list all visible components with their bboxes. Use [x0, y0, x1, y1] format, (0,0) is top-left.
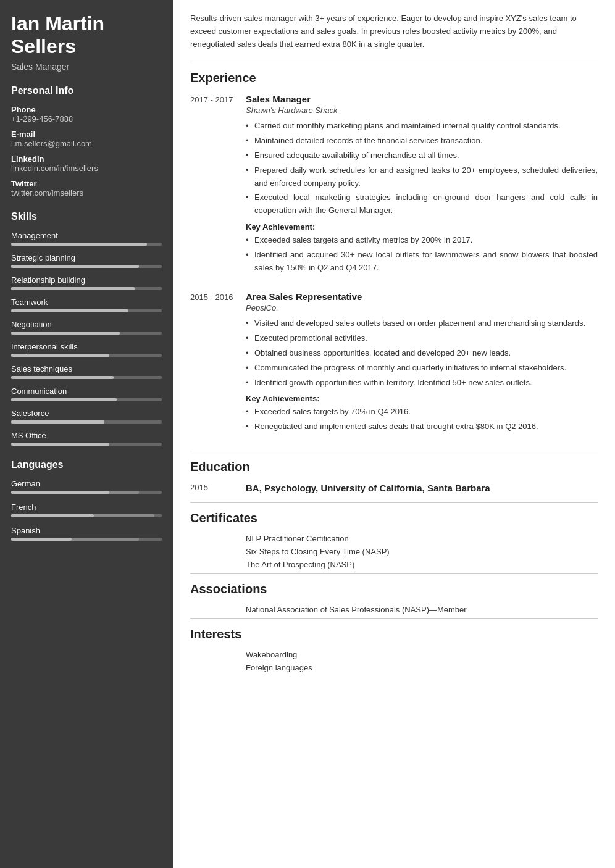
- language-bar-accent: [109, 491, 140, 494]
- exp-job-title: Area Sales Representative: [246, 291, 598, 302]
- key-achievement-label: Key Achievement:: [246, 222, 598, 232]
- skill-bar-fill: [11, 309, 128, 312]
- exp-bullet: Executed local marketing strategies incl…: [246, 191, 598, 217]
- skill-name: Relationship building: [11, 275, 162, 285]
- skill-name: Sales techniques: [11, 364, 162, 373]
- achievement-bullet: Exceeded sales targets by 70% in Q4 2016…: [246, 406, 598, 419]
- skill-item: Interpersonal skills: [11, 342, 162, 357]
- twitter-block: Twitter twitter.com/imsellers: [11, 179, 162, 198]
- exp-bullet: Obtained business opportunities, located…: [246, 347, 598, 360]
- skill-bar-bg: [11, 420, 162, 424]
- skill-item: Relationship building: [11, 275, 162, 290]
- skill-name: Interpersonal skills: [11, 342, 162, 351]
- certificate-item: The Art of Prospecting (NASP): [246, 560, 598, 569]
- associations-title: Associations: [190, 582, 598, 596]
- interest-item: Wakeboarding: [246, 650, 598, 659]
- experience-title: Experience: [190, 71, 598, 85]
- skill-item: Salesforce: [11, 409, 162, 424]
- sidebar: Ian Martin Sellers Sales Manager Persona…: [0, 0, 173, 868]
- skill-bar-bg: [11, 398, 162, 401]
- exp-bullet: Maintained detailed records of the finan…: [246, 135, 598, 148]
- language-bar-bg: [11, 538, 162, 541]
- skill-item: Negotiation: [11, 320, 162, 335]
- education-list: 2015 BA, Psychology, University of Calif…: [190, 483, 598, 493]
- skill-name: Negotiation: [11, 320, 162, 329]
- exp-bullets: Visited and developed sales outlets base…: [246, 317, 598, 389]
- skill-bar-fill: [11, 443, 109, 446]
- skill-bar-bg: [11, 265, 162, 268]
- exp-company: Shawn's Hardware Shack: [246, 106, 598, 115]
- association-item: National Association of Sales Profession…: [246, 605, 598, 614]
- languages-list: German French Spanish: [11, 479, 162, 541]
- edu-degree: BA, Psychology, University of California…: [246, 483, 598, 493]
- divider-experience: [190, 62, 598, 62]
- skill-item: MS Office: [11, 431, 162, 446]
- skill-bar-bg: [11, 332, 162, 335]
- skill-name: Salesforce: [11, 409, 162, 418]
- language-item: German: [11, 479, 162, 494]
- languages-title: Languages: [11, 459, 162, 470]
- certificate-item: NLP Practitioner Certification: [246, 534, 598, 543]
- exp-date: 2015 - 2016: [190, 291, 246, 438]
- language-name: French: [11, 503, 162, 512]
- language-item: French: [11, 503, 162, 517]
- experience-block: 2015 - 2016 Area Sales Representative Pe…: [190, 291, 598, 438]
- email-block: E-mail i.m.sellers@gmail.com: [11, 130, 162, 148]
- personal-info-title: Personal Info: [11, 85, 162, 96]
- skill-bar-fill: [11, 354, 109, 357]
- skill-bar-fill: [11, 376, 114, 379]
- summary-text: Results-driven sales manager with 3+ yea…: [190, 12, 598, 51]
- divider-interests: [190, 618, 598, 619]
- achievement-bullets: Exceeded sales targets and activity metr…: [246, 234, 598, 274]
- skill-name: Strategic planning: [11, 253, 162, 262]
- twitter-value: twitter.com/imsellers: [11, 188, 162, 198]
- twitter-label: Twitter: [11, 179, 162, 188]
- language-item: Spanish: [11, 526, 162, 541]
- skill-bar-fill: [11, 420, 104, 424]
- language-name: German: [11, 479, 162, 488]
- interest-item: Foreign languages: [246, 663, 598, 672]
- skill-bar-bg: [11, 354, 162, 357]
- education-block: 2015 BA, Psychology, University of Calif…: [190, 483, 598, 493]
- certificates-list: NLP Practitioner CertificationSix Steps …: [190, 534, 598, 569]
- skill-item: Communication: [11, 386, 162, 401]
- skill-name: MS Office: [11, 431, 162, 440]
- skill-item: Strategic planning: [11, 253, 162, 268]
- skill-name: Communication: [11, 386, 162, 396]
- language-bar-bg: [11, 514, 162, 517]
- exp-bullet: Executed promotional activities.: [246, 332, 598, 345]
- exp-bullet: Communicated the progress of monthly and…: [246, 362, 598, 375]
- exp-date: 2017 - 2017: [190, 94, 246, 279]
- associations-list: National Association of Sales Profession…: [190, 605, 598, 614]
- language-bar-accent: [94, 514, 154, 517]
- phone-block: Phone +1-299-456-7888: [11, 105, 162, 123]
- edu-date: 2015: [190, 483, 246, 493]
- interests-list: WakeboardingForeign languages: [190, 650, 598, 672]
- skill-bar-fill: [11, 398, 117, 401]
- education-title: Education: [190, 460, 598, 474]
- candidate-title: Sales Manager: [11, 62, 162, 72]
- achievement-bullet: Exceeded sales targets and activity metr…: [246, 234, 598, 247]
- exp-content: Sales Manager Shawn's Hardware Shack Car…: [246, 94, 598, 279]
- phone-label: Phone: [11, 105, 162, 114]
- language-bar-fill: [11, 538, 72, 541]
- skill-bar-bg: [11, 243, 162, 246]
- skill-bar-bg: [11, 376, 162, 379]
- experience-block: 2017 - 2017 Sales Manager Shawn's Hardwa…: [190, 94, 598, 279]
- certificate-item: Six Steps to Closing Every Time (NASP): [246, 547, 598, 556]
- divider-certificates: [190, 502, 598, 503]
- exp-bullet: Carried out monthly marketing plans and …: [246, 120, 598, 133]
- exp-bullets: Carried out monthly marketing plans and …: [246, 120, 598, 217]
- email-label: E-mail: [11, 130, 162, 139]
- skill-bar-bg: [11, 443, 162, 446]
- exp-content: Area Sales Representative PepsiCo. Visit…: [246, 291, 598, 438]
- certificates-title: Certificates: [190, 511, 598, 525]
- skill-item: Management: [11, 231, 162, 246]
- experience-list: 2017 - 2017 Sales Manager Shawn's Hardwa…: [190, 94, 598, 438]
- skill-bar-fill: [11, 243, 147, 246]
- skill-bar-bg: [11, 287, 162, 290]
- linkedin-value: linkedin.com/in/imsellers: [11, 164, 162, 173]
- exp-job-title: Sales Manager: [246, 94, 598, 104]
- achievement-bullets: Exceeded sales targets by 70% in Q4 2016…: [246, 406, 598, 433]
- skill-bar-fill: [11, 265, 139, 268]
